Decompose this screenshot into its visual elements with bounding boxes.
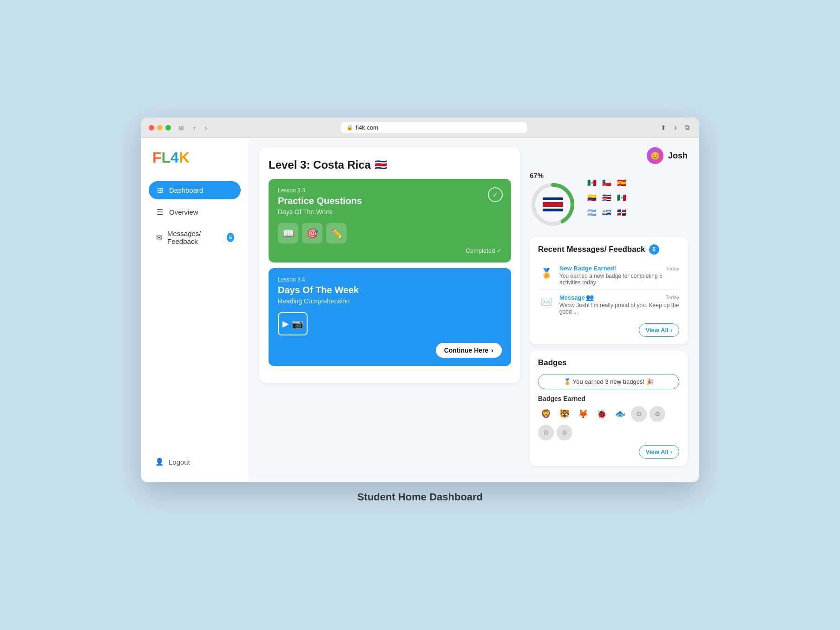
message-text: Waow Josh! I'm really proud of you. Keep… <box>559 302 679 315</box>
sidebar-item-overview[interactable]: ☰ Overview <box>149 203 241 221</box>
url-text: fl4k.com <box>356 124 378 131</box>
sidebar-item-messages[interactable]: ✉ Messages/ Feedback 5 <box>149 225 241 250</box>
badge-item-2: 🐯 <box>557 406 572 422</box>
lesson-card-3-4: Lesson 3.4 Days Of The Week Reading Comp… <box>269 268 511 366</box>
right-column: 😊 Josh 67% <box>530 147 688 472</box>
logo-k: K <box>179 149 190 166</box>
flag-map-item-7: 🇦🇷 <box>585 208 598 217</box>
message-item-msg: ✉️ Message 👥 Today Waow Josh! I'm really… <box>538 290 679 319</box>
messages-view-all-label: View All <box>646 327 669 334</box>
message-icon: ✉️ <box>538 294 555 310</box>
user-name: Josh <box>668 151 688 161</box>
lesson-3-3-label: Lesson 3.3 <box>278 187 502 194</box>
completed-check-icon: ✓ <box>488 187 503 202</box>
progress-circle <box>530 181 576 228</box>
tabs-button[interactable]: ⧉ <box>683 123 691 132</box>
badge-item-3: 🦊 <box>575 406 591 422</box>
traffic-lights <box>149 125 171 131</box>
badge-item-7-locked: ⚙ <box>650 406 665 422</box>
badges-section-title: Badges <box>538 358 566 368</box>
back-button[interactable]: ‹ <box>191 123 197 132</box>
logout-label: Logout <box>169 458 190 466</box>
sidebar-item-dashboard[interactable]: ⊞ Dashboard <box>149 181 241 199</box>
messages-icon: ✉ <box>155 233 163 242</box>
new-tab-button[interactable]: + <box>672 123 679 132</box>
continue-here-label: Continue Here <box>444 347 489 354</box>
flag-map-item-4: 🇨🇴 <box>585 193 598 203</box>
badge-earned-time: Today <box>666 266 679 271</box>
flag-map-item-9: 🇩🇴 <box>615 208 628 217</box>
logout-button[interactable]: 👤 Logout <box>149 453 241 471</box>
sidebar-spacer <box>149 254 241 449</box>
flag-map-item-1: 🇲🇽 <box>585 178 598 188</box>
browser-actions: ⬆ + ⧉ <box>659 123 691 132</box>
lesson-activity-icon-3: ✏️ <box>326 223 347 243</box>
people-icon: 👥 <box>586 294 594 301</box>
badge-item-5: 🐟 <box>612 406 628 422</box>
minimize-button[interactable] <box>157 125 163 131</box>
badges-view-all-button[interactable]: View All › <box>639 445 679 459</box>
badges-chevron-right-icon: › <box>670 448 672 455</box>
logo-4: 4 <box>171 149 179 166</box>
app-content: FL4K ⊞ Dashboard ☰ Overview ✉ Messages/ … <box>141 138 699 482</box>
video-camera-icon: ▶ 📷 <box>282 318 303 329</box>
lesson-column: Level 3: Costa Rica 🇨🇷 ✓ Lesson 3.3 Prac… <box>259 147 520 472</box>
logout-icon: 👤 <box>155 458 164 466</box>
security-icon: 🔒 <box>347 125 353 131</box>
sidebar-toggle-button[interactable]: ⊞ <box>177 123 186 132</box>
badge-earned-title: New Badge Earned! <box>559 265 616 272</box>
forward-button[interactable]: › <box>203 123 209 132</box>
camera-icon: 📷 <box>292 318 303 329</box>
messages-card: Recent Messages/ Feedback 5 🏅 New Badge … <box>530 237 688 344</box>
badges-row: 🦁 🐯 🦊 🐞 🐟 ⚙ ⚙ ⚙ ⚙ <box>538 406 679 440</box>
message-header: Message 👥 Today <box>559 294 679 301</box>
continue-here-button[interactable]: Continue Here › <box>436 343 502 358</box>
flag-map: 🇲🇽 🇨🇱 🇪🇸 🇨🇴 🇨🇷 🇲🇽 🇦🇷 🇺🇾 🇩🇴 <box>585 178 628 221</box>
user-avatar: 😊 <box>647 147 663 164</box>
flag-map-item-8: 🇺🇾 <box>600 208 613 217</box>
logo-l: L <box>162 149 171 166</box>
message-item-badge: 🏅 New Badge Earned! Today You earned a n… <box>538 261 679 290</box>
chevron-right-icon: › <box>670 327 672 334</box>
user-header: 😊 Josh <box>530 147 688 164</box>
url-bar[interactable]: 🔒 fl4k.com <box>341 122 527 133</box>
costa-rica-flag: 🇨🇷 <box>374 159 387 171</box>
flag-blue-stripe-2 <box>543 209 563 211</box>
flag-red-stripe <box>543 202 563 207</box>
messages-count-badge: 5 <box>649 244 659 255</box>
sidebar-item-overview-label: Overview <box>169 208 198 216</box>
lesson-3-3-subtitle: Days Of The Week <box>278 208 502 216</box>
lesson-3-3-icons: 📖 🎯 ✏️ <box>278 223 502 243</box>
badges-view-all-label: View All <box>646 448 669 455</box>
messages-view-all-button[interactable]: View All › <box>639 323 679 337</box>
lesson-activity-icon-2: 🎯 <box>302 223 322 243</box>
close-button[interactable] <box>149 125 154 131</box>
badge-earned-content: New Badge Earned! Today You earned a new… <box>559 265 679 286</box>
message-content: Message 👥 Today Waow Josh! I'm really pr… <box>559 294 679 315</box>
badge-item-9-locked: ⚙ <box>557 425 572 440</box>
progress-flag-inner <box>543 197 563 211</box>
share-button[interactable]: ⬆ <box>659 123 668 132</box>
badge-earned-icon: 🏅 <box>538 265 555 282</box>
new-badges-banner: 🏅 You earned 3 new badges! 🎉 <box>538 374 679 389</box>
messages-section-header: Recent Messages/ Feedback 5 <box>538 244 679 255</box>
browser-window: ⊞ ‹ › 🔒 fl4k.com ⬆ + ⧉ FL4K ⊞ Dashboard … <box>141 118 699 482</box>
message-title: Message <box>559 294 585 301</box>
flag-map-item-5: 🇨🇷 <box>600 193 613 203</box>
maximize-button[interactable] <box>165 125 171 131</box>
flag-map-item-6: 🇲🇽 <box>615 193 628 203</box>
app-logo: FL4K <box>149 149 241 166</box>
flag-map-item-2: 🇨🇱 <box>600 178 613 188</box>
badge-item-8-locked: ⚙ <box>538 425 554 440</box>
lesson-3-4-title: Days Of The Week <box>278 285 502 295</box>
badges-card: Badges 🏅 You earned 3 new badges! 🎉 Badg… <box>530 351 688 466</box>
main-content: Level 3: Costa Rica 🇨🇷 ✓ Lesson 3.3 Prac… <box>248 138 699 482</box>
logo-f: F <box>152 149 162 166</box>
overview-icon: ☰ <box>155 208 164 217</box>
level-title: Level 3: Costa Rica 🇨🇷 <box>269 158 511 171</box>
lesson-3-3-completed-text: Completed ✓ <box>278 247 502 254</box>
lesson-3-3-title: Practice Questions <box>278 196 502 206</box>
new-badges-text: 🏅 You earned 3 new badges! 🎉 <box>564 378 653 385</box>
badge-item-4: 🐞 <box>594 406 610 422</box>
badge-item-1: 🦁 <box>538 406 554 422</box>
